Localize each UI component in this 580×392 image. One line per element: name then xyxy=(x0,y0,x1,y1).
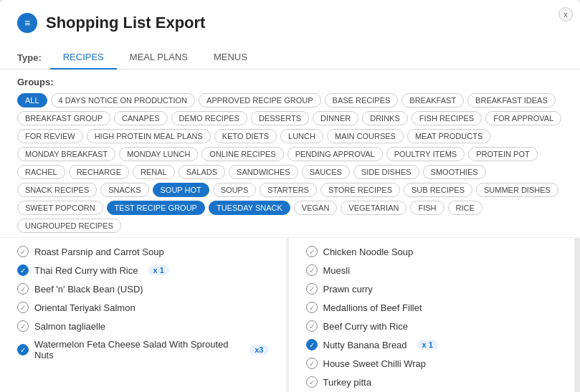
recipe-item[interactable]: House Sweet Chilli Wrap xyxy=(306,354,558,373)
recipe-checkbox[interactable] xyxy=(306,320,318,332)
group-tag[interactable]: UNGROUPED RECIPES xyxy=(17,219,121,233)
recipe-checkbox[interactable] xyxy=(306,283,318,295)
recipe-name: Turkey pitta xyxy=(323,377,371,388)
group-tag[interactable]: RICE xyxy=(448,201,482,215)
group-tag[interactable]: APPROVED RECIPE GROUP xyxy=(199,93,321,107)
group-tag[interactable]: LUNCH xyxy=(280,129,323,143)
tab-recipes[interactable]: RECIPES xyxy=(50,46,117,70)
tab-menus[interactable]: MENUS xyxy=(201,46,260,70)
group-tag[interactable]: RECHARGE xyxy=(69,165,129,179)
group-tag[interactable]: FISH xyxy=(410,201,444,215)
recipe-multiplier: x3 xyxy=(249,345,268,355)
group-tag[interactable]: MEAT PRODUCTS xyxy=(407,129,490,143)
recipe-item[interactable]: Chicken Noodle Soup xyxy=(306,242,558,261)
group-tag[interactable]: DEMO RECIPES xyxy=(171,111,247,125)
group-tag[interactable]: SNACKS xyxy=(100,183,148,197)
recipe-item[interactable]: Muesli xyxy=(306,261,558,279)
recipe-item[interactable]: Watermelon Feta Cheese Salad With Sprout… xyxy=(17,335,269,364)
tab-meal-plans[interactable]: MEAL PLANS xyxy=(117,46,201,70)
recipe-item[interactable]: Beef Curry with Rice xyxy=(306,317,558,335)
tabs-row: Type: RECIPES MEAL PLANS MENUS xyxy=(0,42,580,70)
recipe-name: Muesli xyxy=(323,265,351,276)
group-tag[interactable]: SIDE DISHES xyxy=(353,165,419,179)
group-tag[interactable]: 4 DAYS NOTICE ON PRODUCTION xyxy=(51,93,195,107)
recipe-checkbox[interactable] xyxy=(306,246,318,257)
group-tag[interactable]: BREAKFAST xyxy=(401,93,464,107)
recipe-item[interactable]: Oriental Teriyaki Salmon xyxy=(17,298,269,317)
recipe-item[interactable]: Roast Parsnip and Carrot Soup xyxy=(17,242,269,261)
tags-container: ALL4 DAYS NOTICE ON PRODUCTIONAPPROVED R… xyxy=(17,93,563,233)
modal-title: ≡ Shopping List Export xyxy=(17,13,563,33)
group-tag[interactable]: STARTERS xyxy=(260,183,317,197)
group-tag[interactable]: DINNER xyxy=(313,111,358,125)
shopping-list-modal: x ≡ Shopping List Export Type: RECIPES M… xyxy=(0,0,580,392)
recipe-item[interactable]: Thai Red Curry with Ricex 1 xyxy=(17,261,269,279)
group-tag[interactable]: SMOOTHIES xyxy=(423,165,486,179)
scrollbar[interactable] xyxy=(574,237,580,392)
recipe-item[interactable]: Salmon tagliaelle xyxy=(17,317,269,335)
close-button[interactable]: x xyxy=(558,7,573,21)
group-tag[interactable]: SOUPS xyxy=(213,183,257,197)
recipe-item[interactable]: Medallions of Beef Fillet xyxy=(306,298,558,317)
group-tag[interactable]: STORE RECIPES xyxy=(320,183,400,197)
group-tag[interactable]: SNACK RECIPES xyxy=(17,183,97,197)
recipe-name: Oriental Teriyaki Salmon xyxy=(34,302,136,313)
group-tag[interactable]: MONDAY LUNCH xyxy=(119,147,198,161)
group-tag[interactable]: MAIN COURSES xyxy=(327,129,404,143)
recipe-name: Nutty Banana Bread xyxy=(323,340,407,350)
group-tag[interactable]: KETO DIETS xyxy=(214,129,277,143)
recipes-area: Roast Parsnip and Carrot SoupThai Red Cu… xyxy=(0,237,286,392)
group-tag[interactable]: SWEET POPCORN xyxy=(17,201,103,215)
group-tag[interactable]: PROTEIN POT xyxy=(468,147,538,161)
group-tag[interactable]: BREAKFAST GROUP xyxy=(17,111,110,125)
recipe-item[interactable]: Beef 'n' Black Bean (USD) xyxy=(17,279,269,298)
recipe-checkbox[interactable] xyxy=(17,320,29,332)
group-tag[interactable]: POULTRY ITEMS xyxy=(386,147,465,161)
recipe-checkbox[interactable] xyxy=(17,283,29,295)
recipe-name: Beef Curry with Rice xyxy=(323,321,408,332)
recipe-name: Roast Parsnip and Carrot Soup xyxy=(34,247,164,257)
recipe-name: Watermelon Feta Cheese Salad With Sprout… xyxy=(34,339,239,360)
recipe-item[interactable]: Turkey pitta xyxy=(306,373,558,391)
recipe-checkbox[interactable] xyxy=(17,264,29,276)
group-tag[interactable]: FOR REVIEW xyxy=(17,129,83,143)
group-tag[interactable]: FOR APPROVAL xyxy=(485,111,561,125)
group-tag[interactable]: SALADS xyxy=(179,165,225,179)
group-tag[interactable]: FISH RECIPES xyxy=(412,111,482,125)
recipe-item[interactable]: Prawn curry xyxy=(306,279,558,298)
group-tag[interactable]: SAUCES xyxy=(302,165,350,179)
modal-header: ≡ Shopping List Export xyxy=(0,0,580,42)
group-tag[interactable]: VEGETARIAN xyxy=(341,201,407,215)
group-tag[interactable]: ALL xyxy=(17,93,47,107)
group-tag[interactable]: SOUP HOT xyxy=(153,183,209,197)
recipe-name: Medallions of Beef Fillet xyxy=(323,302,422,313)
group-tag[interactable]: ONLINE RECIPES xyxy=(201,147,283,161)
group-tag[interactable]: TEST RECIPE GROUP xyxy=(107,201,205,215)
group-tag[interactable]: CANAPES xyxy=(114,111,168,125)
group-tag[interactable]: SUMMER DISHES xyxy=(476,183,558,197)
recipe-checkbox[interactable] xyxy=(17,344,29,355)
recipe-multiplier: x 1 xyxy=(148,265,169,275)
group-tag[interactable]: BASE RECIPES xyxy=(325,93,399,107)
group-tag[interactable]: RACHEL xyxy=(17,165,65,179)
group-tag[interactable]: RENAL xyxy=(133,165,175,179)
group-tag[interactable]: HIGH PROTEIN MEAL PLANS xyxy=(87,129,211,143)
recipe-checkbox[interactable] xyxy=(17,246,29,257)
group-tag[interactable]: PENDING APPROVAL xyxy=(287,147,383,161)
group-tag[interactable]: DRINKS xyxy=(362,111,408,125)
recipe-checkbox[interactable] xyxy=(306,339,318,350)
recipe-item[interactable]: Nutty Banana Breadx 1 xyxy=(306,335,558,354)
group-tag[interactable]: VEGAN xyxy=(294,201,338,215)
group-tag[interactable]: BREAKFAST IDEAS xyxy=(467,93,556,107)
group-tag[interactable]: SUB RECIPES xyxy=(404,183,472,197)
recipe-name: Prawn curry xyxy=(323,284,373,295)
group-tag[interactable]: DESSERTS xyxy=(251,111,309,125)
group-tag[interactable]: SANDWICHES xyxy=(229,165,298,179)
group-tag[interactable]: TUESDAY SNACK xyxy=(209,201,290,215)
recipe-checkbox[interactable] xyxy=(17,302,29,313)
recipe-checkbox[interactable] xyxy=(306,264,318,276)
recipe-checkbox[interactable] xyxy=(306,302,318,313)
group-tag[interactable]: MONDAY BREAKFAST xyxy=(17,147,115,161)
recipe-checkbox[interactable] xyxy=(306,358,318,369)
recipe-checkbox[interactable] xyxy=(306,376,318,388)
